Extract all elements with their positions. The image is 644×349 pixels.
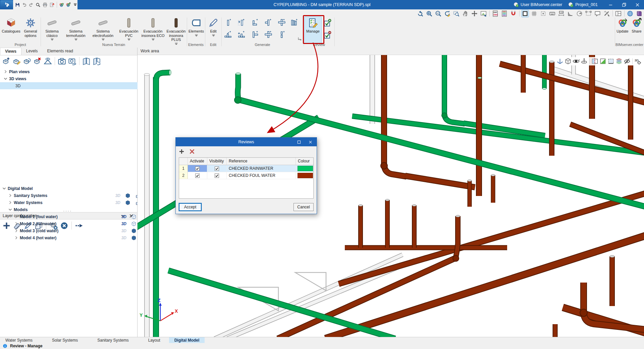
- 3d-badge[interactable]: 3D: [115, 193, 120, 198]
- edit-button[interactable]: Edit: [206, 17, 221, 44]
- generate-elbow-button[interactable]: [250, 17, 260, 27]
- restore-button[interactable]: [617, 0, 631, 9]
- generate-tee-button[interactable]: [264, 17, 273, 27]
- evacuacion-plus-button[interactable]: Evacuación insonora PLUS: [166, 17, 186, 44]
- print-icon[interactable]: [43, 2, 47, 8]
- chevron-right-icon[interactable]: [14, 229, 18, 233]
- accept-button[interactable]: Accept: [179, 203, 202, 211]
- chevron-down-icon[interactable]: [2, 186, 6, 191]
- read-panel-export-icon[interactable]: [93, 57, 101, 65]
- tab-digital-model[interactable]: Digital Model: [169, 337, 205, 343]
- orbit-icon[interactable]: [573, 58, 580, 65]
- layer-item-sanitary-systems[interactable]: Sanitary Systems 3D: [0, 192, 145, 199]
- tab-water-systems[interactable]: Water Systems: [0, 337, 38, 343]
- tree-item-3d[interactable]: 3D: [0, 82, 153, 89]
- chevron-right-icon[interactable]: [8, 200, 12, 205]
- layer-item-model-4[interactable]: Model 4 (hot water) 3D: [0, 234, 151, 241]
- zoom-icon[interactable]: [36, 2, 40, 8]
- dxf-dwg-icon[interactable]: DXFDWG: [492, 10, 499, 17]
- tools-icon[interactable]: [603, 10, 610, 17]
- activate-checkbox[interactable]: [188, 172, 207, 179]
- delete-row-icon[interactable]: [189, 148, 195, 155]
- layer-item-digital-model[interactable]: Digital Model: [0, 185, 139, 192]
- web-icon[interactable]: [627, 10, 634, 17]
- tab-layout[interactable]: Layout: [143, 337, 166, 343]
- chevron-right-icon[interactable]: [14, 236, 18, 240]
- bimserver-share-icon[interactable]: [66, 2, 70, 8]
- dialog-titlebar[interactable]: Reviews: [176, 138, 317, 146]
- visibility-checkbox[interactable]: [207, 172, 227, 179]
- minimize-button[interactable]: [604, 0, 617, 9]
- redo-icon[interactable]: [29, 2, 34, 8]
- tab-sanitary-systems[interactable]: Sanitary Systems: [92, 337, 134, 343]
- zoom-previous-icon[interactable]: [417, 10, 424, 17]
- generate-cross-button[interactable]: [277, 17, 286, 27]
- cube-outline-icon[interactable]: [131, 221, 137, 227]
- chevron-right-icon[interactable]: [8, 193, 12, 198]
- close-button[interactable]: [631, 0, 644, 9]
- remove-review-button[interactable]: [323, 30, 332, 40]
- comment-icon[interactable]: [594, 10, 601, 17]
- 3d-badge-active[interactable]: 3D: [121, 221, 126, 226]
- layers-view-icon[interactable]: [615, 58, 623, 65]
- table-row[interactable]: 2 CHECKED FOUL WATER: [179, 172, 313, 179]
- tab-solar-systems[interactable]: Solar Systems: [47, 337, 83, 343]
- turntable-icon[interactable]: [581, 58, 588, 65]
- dimension-icon[interactable]: 1.00: [558, 10, 565, 17]
- snapshot-export-icon[interactable]: [68, 57, 76, 65]
- layer-item-model-3[interactable]: Model 3 (cold water) 3D: [0, 227, 151, 234]
- cube-outline-icon[interactable]: [131, 214, 137, 219]
- manage-reviews-button[interactable]: Manage: [305, 17, 321, 44]
- read-panel-icon[interactable]: [82, 57, 91, 65]
- bimserver-user[interactable]: User BIMserver.center: [514, 2, 562, 7]
- visibility-checkbox[interactable]: [207, 165, 227, 172]
- generate-dialog-launcher[interactable]: [297, 36, 303, 42]
- export-icon[interactable]: [49, 2, 54, 8]
- generate-bars-button[interactable]: [290, 17, 299, 27]
- undo-icon[interactable]: [22, 2, 26, 8]
- layer-item-model-1[interactable]: Model 1 (foul water) 3D: [0, 213, 151, 220]
- colour-swatch[interactable]: [298, 173, 313, 178]
- 3d-badge[interactable]: 3D: [121, 229, 126, 233]
- table-row[interactable]: 1 CHECKED RAINWATER: [179, 165, 313, 172]
- move-view-icon[interactable]: [471, 10, 478, 17]
- generate-plus-steps-button[interactable]: [237, 30, 246, 39]
- generate-tee-right-button[interactable]: [250, 30, 260, 39]
- zoom-window-icon[interactable]: [453, 10, 460, 17]
- keyboard-entry-icon[interactable]: [549, 10, 556, 17]
- zoom-x2-icon[interactable]: x2: [435, 10, 442, 17]
- dialog-maximize-button[interactable]: [293, 138, 305, 146]
- 3d-badge-active[interactable]: 3D: [121, 214, 126, 219]
- column-colour[interactable]: Colour: [296, 158, 313, 165]
- evacuacion-pvc-button[interactable]: Evacuación PVC: [117, 17, 140, 44]
- colour-swatch[interactable]: [298, 166, 313, 171]
- add-review-button[interactable]: [323, 18, 332, 28]
- cube-icon[interactable]: [125, 193, 130, 198]
- zoom-extents-icon[interactable]: [426, 10, 433, 17]
- chevron-down-icon[interactable]: [3, 77, 8, 81]
- activate-checkbox[interactable]: [188, 165, 207, 172]
- generate-plus-vertical-button[interactable]: [237, 17, 246, 27]
- shaded-view-icon[interactable]: [599, 58, 606, 65]
- redraw-icon[interactable]: [444, 10, 451, 17]
- generate-steps-button[interactable]: [223, 30, 233, 39]
- cancel-button[interactable]: Cancel: [293, 203, 314, 211]
- catalogues-button[interactable]: Catalogues: [1, 17, 21, 44]
- layer-item-models[interactable]: Models: [0, 206, 145, 213]
- share-button[interactable]: Share: [630, 17, 643, 44]
- selection-box-icon[interactable]: [585, 10, 592, 17]
- hide-elements-icon[interactable]: [624, 58, 631, 65]
- cube-icon[interactable]: [125, 200, 130, 205]
- chevron-down-icon[interactable]: [8, 207, 12, 212]
- protractor-icon[interactable]: [576, 10, 583, 17]
- window-layout-icon[interactable]: [615, 10, 622, 17]
- dialog-close-button[interactable]: [305, 138, 316, 146]
- 3d-badge[interactable]: 3D: [115, 200, 120, 205]
- reference-cell[interactable]: CHECKED RAINWATER: [227, 165, 296, 172]
- tab-elements-read[interactable]: Elements read: [43, 48, 78, 55]
- more-commands-icon[interactable]: [73, 2, 77, 8]
- layer-item-model-2[interactable]: Model 2 (rainwater) 3D: [0, 220, 151, 227]
- evacuacion-eco-button[interactable]: Evacuación insonora ECO: [141, 17, 165, 44]
- tab-views[interactable]: Views: [0, 48, 21, 55]
- help-book-icon[interactable]: [636, 10, 643, 17]
